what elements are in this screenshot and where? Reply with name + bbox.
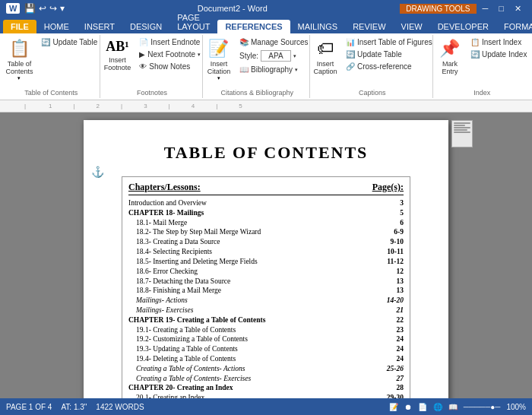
toc-header-pages: Page(s): (372, 182, 404, 193)
update-table-cap-button[interactable]: 🔄 Update Table (344, 49, 435, 60)
page-thumbnail (451, 120, 473, 147)
toc-dropdown[interactable]: ▾ (17, 75, 21, 81)
tab-file[interactable]: FILE (3, 20, 36, 33)
redo-icon[interactable]: ↪ (49, 3, 57, 14)
style-selector[interactable]: Style: APA ▾ (237, 49, 311, 63)
update-table-label: Update Table (52, 38, 97, 46)
ribbon-group-index: 📌 MarkEntry 📋 Insert Index 🔄 Update Inde… (435, 35, 529, 98)
toc-row: 19.4- Deleting a Table of Contents24 (128, 354, 404, 364)
manage-sources-button[interactable]: 📚 Manage Sources (237, 36, 311, 48)
insert-citation-button[interactable]: 📝 InsertCitation ▾ (204, 36, 234, 84)
footnotes-small-btns: 📄 Insert Endnote ▶ Next Footnote ▾ 👁 Sho… (137, 36, 203, 72)
captions-group-content: 🏷 InsertCaption 📊 Insert Table of Figure… (310, 36, 435, 87)
next-fn-dropdown[interactable]: ▾ (198, 52, 201, 58)
table-of-contents-button[interactable]: 📋 Table ofContents ▾ (2, 36, 36, 84)
update-index-button[interactable]: 🔄 Update Index (468, 49, 530, 60)
ruler: | 1 | 2 | 3 | 4 | 5 (0, 100, 532, 112)
title-bar: W 💾 ↩ ↪ ▾ Document2 - Word DRAWING TOOLS… (0, 0, 532, 17)
tab-mailings[interactable]: MAILINGS (290, 20, 346, 33)
toc-row: 20.1- Creating an Index29-30 (128, 393, 404, 398)
tab-page-layout[interactable]: PAGE LAYOUT (169, 11, 217, 33)
tab-insert[interactable]: INSERT (77, 20, 122, 33)
view-print-icon[interactable]: 📄 (418, 403, 427, 411)
view-read-icon[interactable]: 📖 (448, 403, 458, 411)
tab-home[interactable]: HOME (36, 20, 77, 33)
macro-icon[interactable]: ⏺ (404, 403, 412, 411)
citations-group-content: 📝 InsertCitation ▾ 📚 Manage Sources Styl… (204, 36, 311, 87)
ribbon-group-footnotes: AB¹ InsertFootnote 📄 Insert Endnote ▶ Ne… (102, 35, 204, 98)
update-table-toc-button[interactable]: 🔄 Update Table (39, 36, 100, 48)
toc-row: CHAPTER 20- Creating an Index28 (128, 383, 404, 393)
tab-format[interactable]: FORMAT (496, 20, 532, 33)
cross-reference-label: Cross-reference (357, 62, 412, 71)
insert-caption-label: InsertCaption (313, 60, 337, 75)
zoom-slider[interactable]: ─────●─ (464, 403, 501, 411)
tab-developer[interactable]: DEVELOPER (430, 20, 496, 33)
tab-design[interactable]: DESIGN (122, 20, 169, 33)
toc-row: 18.2- The Step by Step Mail Merge Wizard… (128, 227, 404, 237)
minimize-btn[interactable]: ─ (478, 4, 493, 14)
style-value[interactable]: APA (261, 50, 291, 62)
mark-entry-icon: 📌 (439, 39, 460, 59)
status-right: 📝 ⏺ 📄 🌐 📖 ─────●─ 100% (389, 403, 526, 411)
insert-table-figures-button[interactable]: 📊 Insert Table of Figures (344, 36, 435, 48)
drawing-tools-tab: DRAWING TOOLS (400, 4, 476, 14)
proofing-icon[interactable]: 📝 (389, 403, 398, 411)
index-small-btns: 📋 Insert Index 🔄 Update Index (468, 36, 530, 60)
update-idx-icon: 🔄 (470, 50, 480, 59)
bibliography-button[interactable]: 📖 Bibliography ▾ (237, 64, 311, 75)
bibliography-label: Bibliography (251, 65, 293, 74)
maximize-btn[interactable]: □ (494, 4, 508, 14)
show-notes-label: Show Notes (149, 62, 190, 71)
toc-icon: 📋 (9, 39, 30, 59)
toc-row: Creating a Table of Contents- Exercises2… (128, 374, 404, 384)
word-logo: W (6, 3, 20, 14)
insert-caption-button[interactable]: 🏷 InsertCaption (310, 36, 340, 78)
cross-reference-button[interactable]: 🔗 Cross-reference (344, 61, 435, 72)
tab-view[interactable]: VIEW (394, 20, 430, 33)
endnote-icon: 📄 (139, 38, 148, 46)
next-fn-icon: ▶ (139, 50, 145, 59)
citation-icon: 📝 (208, 39, 229, 59)
bib-dropdown[interactable]: ▾ (295, 67, 298, 73)
footnotes-group-content: AB¹ InsertFootnote 📄 Insert Endnote ▶ Ne… (101, 36, 203, 87)
citation-dropdown[interactable]: ▾ (217, 75, 220, 81)
next-footnote-button[interactable]: ▶ Next Footnote ▾ (137, 49, 203, 60)
thumb-line (454, 125, 465, 126)
toc-row: Mailings- Actions14-20 (128, 296, 404, 306)
status-bar: PAGE 1 OF 4 AT: 1.3" 1422 WORDS 📝 ⏺ 📄 🌐 … (0, 398, 532, 415)
tab-review[interactable]: REVIEW (345, 20, 393, 33)
ribbon-tabs: FILE HOME INSERT DESIGN PAGE LAYOUT REFE… (0, 17, 532, 33)
tab-references[interactable]: REFERENCES (217, 20, 290, 33)
mark-entry-label: MarkEntry (442, 60, 458, 75)
toc-row: Creating a Table of Contents- Actions25-… (128, 364, 404, 374)
undo-icon[interactable]: ↩ (39, 3, 46, 14)
insert-index-button[interactable]: 📋 Insert Index (468, 36, 530, 48)
thumb-line (454, 122, 470, 124)
footnotes-group-label: Footnotes (137, 87, 167, 97)
manage-src-icon: 📚 (239, 38, 249, 46)
toc-row: 18.4- Selecting Recipients10-11 (128, 247, 404, 257)
toc-header-chapters: Chapters/Lessons: (128, 182, 201, 193)
show-notes-button[interactable]: 👁 Show Notes (137, 61, 203, 72)
captions-small-btns: 📊 Insert Table of Figures 🔄 Update Table… (344, 36, 435, 72)
insert-endnote-label: Insert Endnote (150, 38, 200, 46)
view-web-icon[interactable]: 🌐 (433, 403, 442, 411)
toc-row: 19.3- Updating a Table of Contents24 (128, 344, 404, 354)
manage-sources-label: Manage Sources (251, 38, 309, 46)
document-title: Table Of Contents (122, 143, 410, 163)
mark-entry-button[interactable]: 📌 MarkEntry (435, 36, 465, 78)
update-cap-icon: 🔄 (346, 50, 355, 59)
index-group-content: 📌 MarkEntry 📋 Insert Index 🔄 Update Inde… (435, 36, 530, 87)
toc-row: 18.1- Mail Merge6 (128, 218, 404, 228)
insert-endnote-button[interactable]: 📄 Insert Endnote (137, 36, 203, 48)
thumb-line (454, 129, 467, 131)
insert-index-label: Insert Index (482, 38, 521, 46)
close-btn[interactable]: ✕ (510, 4, 526, 14)
position: AT: 1.3" (61, 403, 87, 411)
title-bar-left: W 💾 ↩ ↪ ▾ (6, 3, 65, 14)
toc-row: Mailings- Exercises21 (128, 306, 404, 315)
style-dropdown[interactable]: ▾ (293, 53, 296, 59)
insert-footnote-button[interactable]: AB¹ InsertFootnote (101, 36, 135, 74)
save-icon[interactable]: 💾 (24, 3, 36, 14)
